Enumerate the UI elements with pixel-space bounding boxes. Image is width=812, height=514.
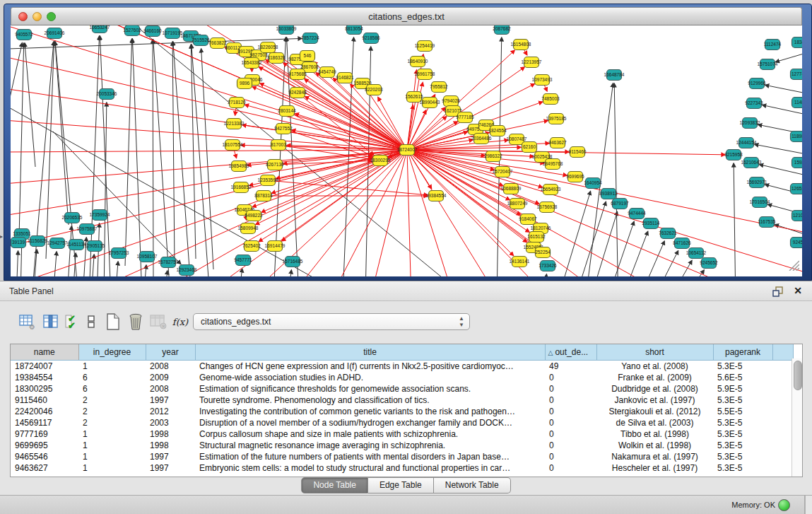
network-node-yellow[interactable]: 18640910 [408,57,428,67]
citation-edge-red[interactable] [413,151,802,276]
network-node-teal[interactable]: 17957253 [109,248,129,259]
table-cell[interactable]: 2008 [146,383,195,395]
table-cell[interactable]: 1998 [146,440,195,451]
table-row[interactable]: 1830029562008Estimation of significance … [11,383,793,395]
table-cell[interactable]: Changes of HCN gene expression and I(f) … [195,361,545,373]
network-node-yellow[interactable]: 9175685 [288,69,307,80]
table-cell[interactable]: 5.3E-5 [713,417,772,428]
table-row[interactable]: 969969511998Structural magnetic resonanc… [11,440,793,451]
network-node-yellow[interactable]: 252254 [535,247,551,258]
tab-node-table[interactable]: Node Table [301,477,368,493]
column-header-title[interactable]: title [195,344,545,361]
network-node-yellow[interactable]: 11254419 [415,41,435,52]
network-node-yellow[interactable]: 13975185 [546,114,567,124]
table-cell[interactable]: Jankovic et al. (1997) [596,395,713,406]
citation-edge-black[interactable] [153,40,170,276]
function-builder-icon[interactable]: f(x) [170,311,191,332]
network-node-teal[interactable]: 6879197 [611,199,629,209]
table-cell[interactable]: 2009 [146,372,195,383]
network-node-teal[interactable]: 16033809 [276,25,297,35]
citation-edge-red[interactable] [412,152,802,276]
network-node-yellow[interactable]: 9146821 [336,73,354,83]
table-cell[interactable]: Embryonic stem cells: a model to study s… [195,462,545,474]
network-node-teal[interactable]: 1592 [792,158,803,168]
network-node-teal[interactable]: 12103 [792,211,803,221]
network-node-teal[interactable]: 9474444 [628,209,646,219]
network-node-teal[interactable]: 10719195 [163,28,183,39]
table-cell[interactable]: Nakamura et al. (1997) [596,451,713,462]
network-node-yellow[interactable]: 8878314 [254,191,273,201]
citation-edge-red[interactable] [241,52,402,147]
network-node-yellow[interactable]: 15654923 [541,185,561,195]
network-node-teal[interactable]: 7857224 [301,33,319,44]
table-cell[interactable]: 9777169 [11,428,78,440]
table-cell[interactable]: 5.3E-5 [713,462,772,474]
resize-grip-icon[interactable] [785,258,799,271]
network-node-yellow[interactable]: 10973493 [532,75,553,86]
close-panel-icon[interactable]: ✕ [794,285,802,296]
network-node-teal[interactable]: 9245652 [700,258,718,269]
citation-edge-red[interactable] [32,153,402,276]
network-node-yellow[interactable]: 9463627 [548,138,567,148]
citation-edge-black[interactable] [556,191,591,276]
table-cell[interactable]: 9465546 [11,451,78,462]
network-node-yellow[interactable]: 16543382 [242,58,262,69]
network-node-teal[interactable]: 10975887 [77,224,98,235]
network-node-teal[interactable]: 20053346 [97,89,117,100]
table-cell[interactable]: 0 [545,372,596,383]
citation-edge-black[interactable] [115,262,118,276]
citation-edge-black[interactable] [734,163,736,276]
table-cell[interactable]: 0 [545,440,596,451]
table-cell[interactable]: 2 [78,417,146,428]
table-cell[interactable]: Estimation of significance thresholds fo… [195,383,545,395]
network-node-yellow[interactable]: 8454749 [318,67,336,78]
network-node-teal[interactable]: 9466160 [143,26,162,37]
table-cell[interactable]: 22420046 [11,406,78,417]
network-node-yellow[interactable]: 5498222 [245,211,263,221]
table-cell[interactable]: 1 [78,361,146,373]
network-window[interactable]: citations_edges.txt 18724007183002957663… [4,4,812,281]
network-node-teal[interactable]: 11156829 [28,236,47,247]
network-node-teal[interactable]: 1167535 [758,217,776,228]
network-node-yellow[interactable]: 817003 [271,140,286,151]
table-cell[interactable]: 0 [545,383,596,395]
network-node-teal[interactable]: 1640954 [584,178,602,189]
table-settings-icon[interactable]: ⚙ [16,311,37,332]
column-header-pagerank[interactable]: pagerank [713,344,772,361]
table-cell[interactable]: 5.3E-5 [713,361,772,373]
table-cell[interactable]: 2012 [146,406,195,417]
network-node-yellow[interactable]: 18107554 [223,140,243,151]
citation-edge-red[interactable] [235,108,236,115]
network-node-yellow[interactable]: 8186328 [267,53,286,64]
network-node-yellow[interactable]: 19854985 [229,161,249,172]
network-node-yellow[interactable]: 16914479 [265,241,286,252]
network-node-teal[interactable]: 7515526 [192,35,210,46]
network-node-teal[interactable]: 12905135 [85,241,105,252]
table-cell[interactable]: 5.3E-5 [713,428,772,440]
table-cell[interactable]: 1 [78,428,146,440]
table-cell[interactable]: Disruption of a novel member of a sodium… [195,417,545,428]
table-cell[interactable]: Dudbridge et al. (2008) [596,383,713,395]
network-node-teal[interactable]: 15716485 [283,257,303,267]
network-node-teal[interactable]: 17016504 [750,197,770,208]
citation-edge-black[interactable] [637,241,664,276]
table-cell[interactable]: 5.5E-5 [713,406,772,417]
citation-edge-black[interactable] [173,42,192,276]
network-node-yellow[interactable]: 18300295 [370,156,391,166]
network-node-teal[interactable]: 15692971 [747,177,767,188]
table-cell[interactable]: 0 [545,462,596,474]
citation-edge-black[interactable] [201,49,213,269]
table-cell[interactable]: 1 [78,440,146,451]
citation-edge-red[interactable] [234,151,236,158]
table-cell[interactable]: 5.3E-5 [713,440,772,451]
table-cell[interactable]: 6 [78,372,146,383]
network-node-yellow[interactable]: 9115460 [569,147,587,158]
column-header-in_degree[interactable]: in_degree [78,344,146,361]
network-node-teal[interactable]: 39139 [11,238,26,248]
citation-edge-black[interactable] [46,42,54,259]
table-cell[interactable]: 5.9E-5 [713,383,772,395]
table-row[interactable]: 2242004622012Investigating the contribut… [11,406,793,417]
table-cell[interactable]: Stergiakouli et al. (2012) [596,406,713,417]
network-node-teal[interactable]: 10653247 [90,25,110,33]
column-header-short[interactable]: short [596,344,713,361]
